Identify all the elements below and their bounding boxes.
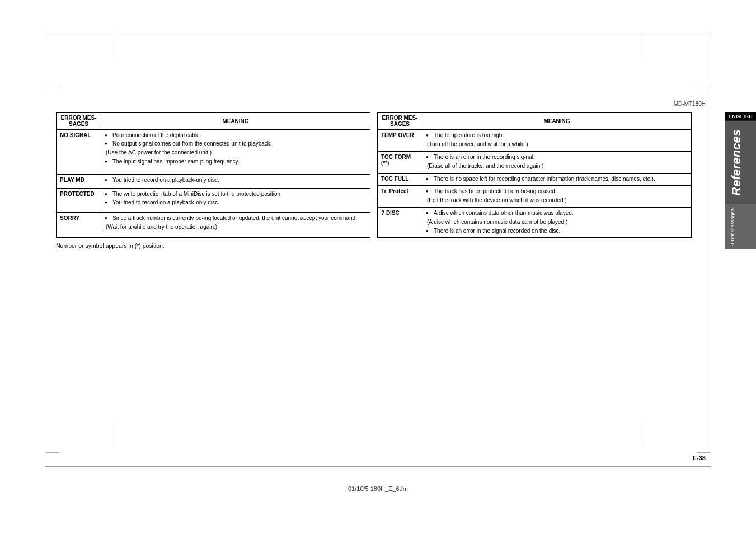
english-badge: ENGLISH: [725, 112, 756, 121]
list-item: No output signal comes out from the conn…: [105, 140, 367, 148]
paren-text: (Erase all of the tracks, and then recor…: [426, 162, 688, 170]
error-code-disc: ? DISC: [378, 208, 422, 238]
right-error-table: ERROR MES-SAGES MEANING TEMP OVER The te…: [377, 112, 692, 238]
meaning-no-signal: Poor connection of the digital cable. No…: [101, 130, 370, 175]
corner-accent-tl: [112, 34, 112, 55]
left-table-col-meaning: MEANING: [101, 113, 370, 130]
meaning-protected: The write protection tab of a MiniDisc i…: [101, 189, 370, 213]
list-item: You tried to record on a playback-only d…: [105, 199, 367, 207]
list-item: The track has been protected from be-ing…: [426, 188, 688, 195]
error-code-protected: PROTECTED: [57, 189, 101, 213]
list-item: Poor connection of the digital cable.: [105, 132, 367, 139]
tables-container: ERROR MES-SAGES MEANING NO SIGNAL Poor c…: [56, 112, 692, 238]
page-top-border: [45, 34, 711, 34]
meaning-temp-over: The temperature is too high. (Turn off t…: [422, 130, 692, 152]
list-item: There is no space left for recording cha…: [426, 175, 688, 183]
h-accent-bl: [45, 452, 59, 453]
h-accent-tr: [697, 87, 711, 87]
list-item: There is an error in the signal recorded…: [426, 227, 688, 235]
page-left-border: [45, 34, 45, 467]
error-code-no-signal: NO SIGNAL: [57, 130, 101, 175]
table-row: Tr. Protect The track has been protected…: [378, 186, 692, 208]
meaning-sorry: Since a track number is currently be-ing…: [101, 212, 370, 237]
list-item: You tried to record on a playback-only d…: [105, 176, 367, 184]
model-number: MD-MT180H: [674, 101, 706, 107]
page-right-border: [711, 34, 711, 467]
table-row: TOC FULL There is no space left for reco…: [378, 174, 692, 186]
h-accent-br: [697, 452, 711, 453]
table-row: PLAY MD You tried to record on a playbac…: [57, 174, 370, 188]
meaning-play-md: You tried to record on a playback-only d…: [101, 174, 370, 188]
meaning-tr-protect: The track has been protected from be-ing…: [422, 186, 692, 208]
corner-accent-bl: [112, 424, 112, 446]
meaning-toc-full: There is no space left for recording cha…: [422, 174, 692, 186]
h-accent-tl: [45, 87, 59, 87]
right-table-col-meaning: MEANING: [422, 113, 692, 130]
list-item: The input signal has improper sam-pling …: [105, 158, 367, 166]
footnote: Number or symbol appears in (*) position…: [56, 242, 692, 249]
error-code-tr-protect: Tr. Protect: [378, 186, 422, 208]
left-error-table: ERROR MES-SAGES MEANING NO SIGNAL Poor c…: [56, 112, 370, 238]
list-item: Since a track number is currently be-ing…: [105, 214, 367, 222]
corner-accent-br: [644, 424, 644, 446]
paren-text: (Wait for a while and try the operation …: [105, 223, 367, 231]
meaning-toc-form: There is an error in the recording sig-n…: [422, 152, 692, 174]
table-row: SORRY Since a track number is currently …: [57, 212, 370, 237]
meaning-disc: A disc which contains data other than mu…: [422, 208, 692, 238]
left-table-col-error: ERROR MES-SAGES: [57, 113, 101, 130]
footer-text: 01/10/5 180H_E_6.fm: [348, 485, 408, 492]
page-number: E-38: [693, 455, 706, 461]
table-row: TOC FORM(**) There is an error in the re…: [378, 152, 692, 174]
list-item: The temperature is too high.: [426, 132, 688, 139]
error-code-play-md: PLAY MD: [57, 174, 101, 188]
table-row: NO SIGNAL Poor connection of the digital…: [57, 130, 370, 175]
references-label: References: [725, 121, 756, 204]
right-table-col-error: ERROR MES-SAGES: [378, 113, 422, 130]
page-bottom-border: [45, 466, 711, 467]
list-item: The write protection tab of a MiniDisc i…: [105, 190, 367, 198]
table-row: TEMP OVER The temperature is too high. (…: [378, 130, 692, 152]
content-area: ERROR MES-SAGES MEANING NO SIGNAL Poor c…: [56, 112, 692, 249]
references-sub-label: -Error Messages-: [725, 204, 756, 249]
table-row: ? DISC A disc which contains data other …: [378, 208, 692, 238]
error-code-toc-full: TOC FULL: [378, 174, 422, 186]
error-code-toc-form: TOC FORM(**): [378, 152, 422, 174]
paren-text: (Turn off the power, and wait for a whil…: [426, 140, 688, 148]
paren-text: (Use the AC power for the connected unit…: [105, 149, 367, 157]
corner-accent-tr: [644, 34, 644, 55]
side-tab: ENGLISH References -Error Messages-: [725, 112, 756, 249]
error-code-temp-over: TEMP OVER: [378, 130, 422, 152]
list-item: There is an error in the recording sig-n…: [426, 153, 688, 161]
table-row: PROTECTED The write protection tab of a …: [57, 189, 370, 213]
error-code-sorry: SORRY: [57, 212, 101, 237]
paren-text: (Edit the track with the device on which…: [426, 196, 688, 204]
paren-text: (A disc which contains nonmusic data can…: [426, 218, 688, 226]
list-item: A disc which contains data other than mu…: [426, 209, 688, 217]
